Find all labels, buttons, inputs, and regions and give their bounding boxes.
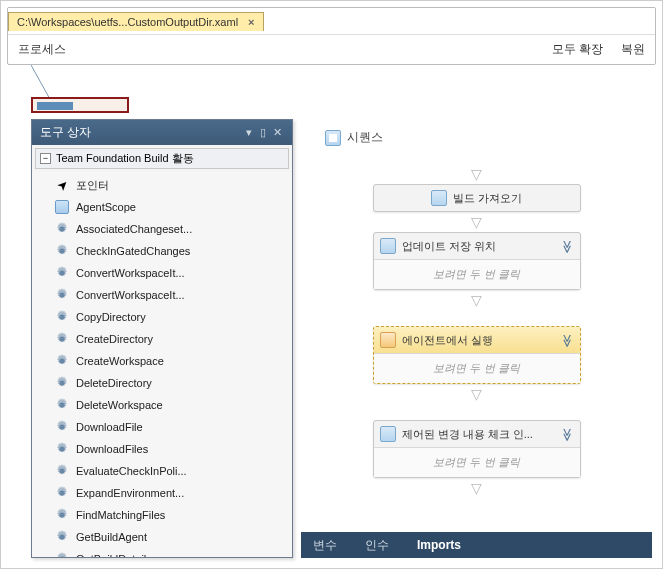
tool-item[interactable]: ExpandEnvironment... [32,482,292,504]
gear-icon [54,309,70,325]
gear-icon [54,551,70,557]
flow-arrow-icon: ▽ [471,480,482,496]
activity-icon [380,332,396,348]
activity-hint: 보려면 두 번 클릭 [374,353,580,383]
scope-icon [54,199,70,215]
toolbox-list: ➤포인터AgentScopeAssociatedChangeset...Chec… [32,172,292,557]
sequence-header[interactable]: 시퀀스 [323,125,634,150]
gear-icon [54,397,70,413]
tool-item-label: DownloadFile [76,421,143,433]
toolbox-title-label: 도구 상자 [40,124,242,141]
activity[interactable]: 빌드 가져오기 [373,184,581,212]
tool-item[interactable]: DeleteDirectory [32,372,292,394]
activity-header[interactable]: 에이전트에서 실행≫ [374,327,580,353]
tool-item[interactable]: CreateWorkspace [32,350,292,372]
chevron-down-icon[interactable]: ≫ [559,333,574,347]
tool-item-label: AssociatedChangeset... [76,223,192,235]
bottom-tabs: 변수 인수 Imports [301,532,652,558]
tool-item[interactable]: ➤포인터 [32,174,292,196]
activity-label: 에이전트에서 실행 [402,333,493,348]
gear-icon [54,419,70,435]
tool-item-label: CheckInGatedChanges [76,245,190,257]
activity-header[interactable]: 제어된 변경 내용 체크 인...≫ [374,421,580,447]
activity-icon [380,426,396,442]
breadcrumb-bar: 프로세스 모두 확장 복원 [8,34,655,64]
tool-item[interactable]: CopyDirectory [32,306,292,328]
tab-arguments[interactable]: 인수 [365,537,389,554]
tool-item-label: GetBuildDetail [76,553,146,557]
tool-item-label: DownloadFiles [76,443,148,455]
gear-icon [54,243,70,259]
activity[interactable]: 업데이트 저장 위치≫보려면 두 번 클릭 [373,232,581,290]
tool-item[interactable]: DownloadFile [32,416,292,438]
toolbox-titlebar[interactable]: 도구 상자 ▾ ▯ ✕ [32,120,292,145]
tool-item[interactable]: AssociatedChangeset... [32,218,292,240]
gear-icon [54,287,70,303]
tool-item-label: DeleteDirectory [76,377,152,389]
toolbox-panel: 도구 상자 ▾ ▯ ✕ − Team Foundation Build 활동 ➤… [31,119,293,558]
tool-item-label: CopyDirectory [76,311,146,323]
activity-hint: 보려면 두 번 클릭 [374,259,580,289]
tool-item-label: ExpandEnvironment... [76,487,184,499]
tab-imports[interactable]: Imports [417,538,461,552]
tool-item[interactable]: GetBuildDetail [32,548,292,557]
tool-item[interactable]: AgentScope [32,196,292,218]
gear-icon [54,441,70,457]
design-canvas[interactable]: 시퀀스 ▽빌드 가져오기▽업데이트 저장 위치≫보려면 두 번 클릭▽에이전트에… [301,97,652,532]
flow-arrow-icon: ▽ [471,386,482,402]
tool-item-label: DeleteWorkspace [76,399,163,411]
tool-item[interactable]: EvaluateCheckInPoli... [32,460,292,482]
dropdown-icon[interactable]: ▾ [242,126,256,139]
activity[interactable]: 에이전트에서 실행≫보려면 두 번 클릭 [373,326,581,384]
tool-item-label: AgentScope [76,201,136,213]
gear-icon [54,353,70,369]
activity-label: 제어된 변경 내용 체크 인... [402,427,533,442]
sequence-label: 시퀀스 [347,129,383,146]
flow-column: ▽빌드 가져오기▽업데이트 저장 위치≫보려면 두 번 클릭▽에이전트에서 실행… [319,164,634,498]
tool-item[interactable]: CreateDirectory [32,328,292,350]
gear-icon [54,529,70,545]
tool-item[interactable]: ConvertWorkspaceIt... [32,284,292,306]
activity-label: 업데이트 저장 위치 [402,239,496,254]
restore-button[interactable]: 복원 [621,41,645,58]
flow-arrow-icon: ▽ [471,214,482,230]
gear-icon [54,265,70,281]
tool-item[interactable]: GetBuildAgent [32,526,292,548]
pin-icon[interactable]: ▯ [256,126,270,139]
activity-header[interactable]: 업데이트 저장 위치≫ [374,233,580,259]
activity-label: 빌드 가져오기 [453,191,522,206]
tool-item-label: CreateWorkspace [76,355,164,367]
activity-icon [380,238,396,254]
activity-hint: 보려면 두 번 클릭 [374,447,580,477]
file-tab[interactable]: C:\Workspaces\uetfs...CustomOutputDir.xa… [8,12,264,31]
chevron-down-icon[interactable]: ≫ [559,427,574,441]
designer-surface: 시퀀스 ▽빌드 가져오기▽업데이트 저장 위치≫보려면 두 번 클릭▽에이전트에… [301,97,652,558]
gear-icon [54,463,70,479]
tab-strip: C:\Workspaces\uetfs...CustomOutputDir.xa… [8,8,655,34]
tool-item[interactable]: CheckInGatedChanges [32,240,292,262]
tool-item-label: 포인터 [76,178,109,193]
gear-icon [54,485,70,501]
tool-item[interactable]: ConvertWorkspaceIt... [32,262,292,284]
svg-line-0 [31,65,51,101]
tool-item[interactable]: DownloadFiles [32,438,292,460]
tab-variables[interactable]: 변수 [313,537,337,554]
toolbox-group-header[interactable]: − Team Foundation Build 활동 [35,148,289,169]
flow-arrow-icon: ▽ [471,166,482,182]
pointer-icon: ➤ [51,174,74,197]
tool-item-label: EvaluateCheckInPoli... [76,465,187,477]
gear-icon [54,375,70,391]
breadcrumb-root[interactable]: 프로세스 [18,41,552,58]
activity[interactable]: 제어된 변경 내용 체크 인...≫보려면 두 번 클릭 [373,420,581,478]
close-icon[interactable]: × [248,16,254,28]
collapse-icon[interactable]: − [40,153,51,164]
close-icon[interactable]: ✕ [270,126,284,139]
tool-item[interactable]: DeleteWorkspace [32,394,292,416]
expand-all-button[interactable]: 모두 확장 [552,41,603,58]
tool-item[interactable]: FindMatchingFiles [32,504,292,526]
gear-icon [54,221,70,237]
activity-header[interactable]: 빌드 가져오기 [374,185,580,211]
chevron-down-icon[interactable]: ≫ [559,239,574,253]
sequence-icon [325,130,341,146]
top-bar: C:\Workspaces\uetfs...CustomOutputDir.xa… [7,7,656,65]
